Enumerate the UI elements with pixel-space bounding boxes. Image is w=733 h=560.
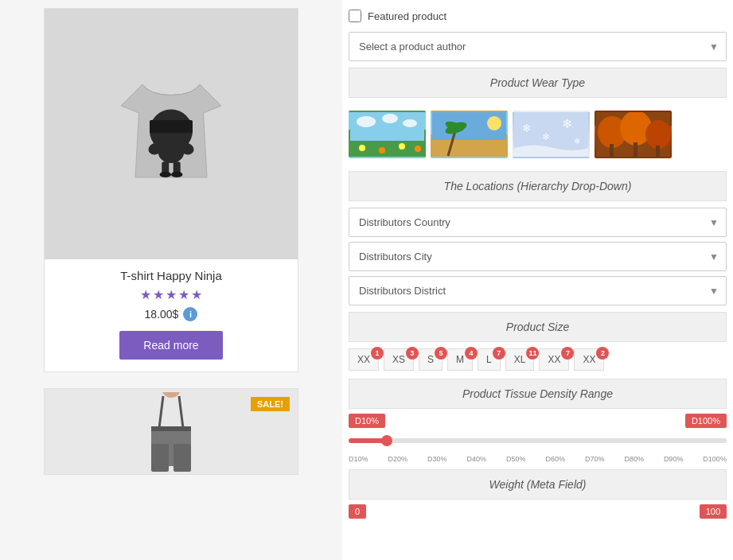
svg-text:❄: ❄ bbox=[562, 117, 572, 130]
svg-rect-46 bbox=[634, 142, 637, 158]
featured-checkbox[interactable] bbox=[349, 10, 361, 22]
svg-point-27 bbox=[379, 147, 385, 154]
wear-thumb-autumn[interactable] bbox=[595, 111, 672, 158]
svg-rect-45 bbox=[610, 144, 614, 158]
winter-thumb-svg: ❄ ❄ ❄ ❄ bbox=[514, 112, 590, 158]
wear-type-grid: ❄ ❄ ❄ ❄ bbox=[349, 104, 727, 165]
product-image bbox=[45, 9, 298, 259]
size-grid: 1 XX 3 XS 5 S 4 M bbox=[349, 345, 727, 372]
size-badge-xx2: 7 XX bbox=[539, 352, 569, 366]
size-count-l: 7 bbox=[493, 347, 505, 360]
right-panel: Featured product Select a product author… bbox=[342, 0, 733, 560]
svg-text:❄: ❄ bbox=[522, 122, 532, 134]
svg-rect-32 bbox=[432, 140, 508, 158]
density-tick-d80: D80% bbox=[624, 455, 644, 463]
size-count-xx3: 2 bbox=[596, 347, 609, 360]
size-count-xx2: 7 bbox=[561, 347, 574, 360]
svg-rect-19 bbox=[151, 426, 191, 431]
size-item-xs[interactable]: 3 XS bbox=[384, 352, 414, 366]
density-tick-d100: D100% bbox=[703, 455, 727, 463]
svg-point-6 bbox=[158, 142, 184, 163]
density-tick-d20: D20% bbox=[388, 455, 407, 463]
density-section: Product Tissue Density Range D10% D100% … bbox=[349, 379, 727, 463]
star-5: ★ bbox=[191, 287, 202, 302]
svg-rect-18 bbox=[174, 444, 191, 472]
autumn-thumb-svg bbox=[596, 112, 672, 158]
size-item-l[interactable]: 7 L bbox=[478, 352, 501, 366]
size-item-xx1[interactable]: 1 XX bbox=[349, 352, 379, 366]
density-tick-d10: D10% bbox=[349, 455, 368, 463]
size-item-m[interactable]: 4 M bbox=[447, 352, 473, 366]
locations-header: The Locations (Hierarchy Drop-Down) bbox=[349, 171, 727, 201]
author-select-wrapper: Select a product author ▼ bbox=[349, 32, 727, 61]
density-max-badge: D100% bbox=[685, 414, 727, 428]
size-badge-xx1: 1 XX bbox=[349, 352, 379, 366]
size-item-xx2[interactable]: 7 XX bbox=[539, 352, 569, 366]
product-title: T-shirt Happy Ninja bbox=[120, 269, 222, 282]
size-count-s: 5 bbox=[435, 347, 447, 360]
star-1: ★ bbox=[140, 287, 151, 302]
weight-min-badge: 0 bbox=[349, 504, 366, 519]
density-header: Product Tissue Density Range bbox=[349, 379, 727, 409]
svg-rect-5 bbox=[150, 120, 193, 133]
svg-point-11 bbox=[160, 171, 171, 177]
svg-point-26 bbox=[359, 145, 365, 151]
product-price: 18.00$ bbox=[145, 308, 179, 321]
weight-range-labels: 0 100 bbox=[349, 504, 727, 519]
size-badge-xl: 11 XL bbox=[505, 352, 535, 366]
beach-thumb-svg bbox=[432, 112, 508, 158]
tshirt-graphic bbox=[99, 63, 243, 206]
svg-rect-17 bbox=[151, 444, 169, 472]
svg-rect-47 bbox=[656, 146, 660, 158]
district-select[interactable]: Distributors District bbox=[349, 276, 727, 305]
read-more-button[interactable]: Read more bbox=[119, 331, 222, 360]
svg-point-24 bbox=[403, 119, 417, 127]
star-4: ★ bbox=[178, 287, 189, 302]
weight-section: Weight (Meta Field) 0 100 bbox=[349, 469, 727, 519]
density-handle[interactable] bbox=[381, 435, 392, 446]
price-row: 18.00$ i bbox=[145, 307, 198, 321]
country-select[interactable]: Distributors Country bbox=[349, 208, 727, 237]
svg-point-12 bbox=[171, 171, 182, 177]
country-select-wrapper: Distributors Country ▼ bbox=[349, 208, 727, 237]
location-section: Distributors Country ▼ Distributors City… bbox=[349, 208, 727, 305]
product-stars: ★ ★ ★ ★ ★ bbox=[140, 287, 202, 302]
size-badge-xx3: 2 XX bbox=[574, 352, 604, 366]
density-range-labels: D10% D100% bbox=[349, 414, 727, 428]
city-select[interactable]: Distributors City bbox=[349, 242, 727, 271]
density-ticks: D10% D20% D30% D40% D50% D60% D70% D80% … bbox=[349, 455, 727, 463]
wear-thumb-beach[interactable] bbox=[431, 111, 508, 158]
size-count-m: 4 bbox=[465, 347, 478, 360]
author-select[interactable]: Select a product author bbox=[349, 32, 727, 61]
size-item-xx3[interactable]: 2 XX bbox=[574, 352, 604, 366]
svg-point-22 bbox=[357, 116, 376, 127]
size-item-xl[interactable]: 11 XL bbox=[505, 352, 535, 366]
star-3: ★ bbox=[166, 287, 177, 302]
svg-text:❄: ❄ bbox=[574, 137, 580, 146]
svg-point-28 bbox=[399, 143, 405, 150]
wear-thumb-summer[interactable] bbox=[349, 111, 426, 158]
summer-thumb-svg bbox=[350, 112, 426, 158]
size-item-s[interactable]: 5 S bbox=[419, 352, 443, 366]
density-tick-d40: D40% bbox=[466, 455, 486, 463]
city-select-wrapper: Distributors City ▼ bbox=[349, 242, 727, 271]
svg-point-29 bbox=[415, 146, 421, 152]
density-tick-d90: D90% bbox=[664, 455, 684, 463]
size-badge-s: 5 S bbox=[419, 352, 443, 366]
left-panel: T-shirt Happy Ninja ★ ★ ★ ★ ★ 18.00$ i R… bbox=[0, 0, 342, 560]
star-2: ★ bbox=[153, 287, 164, 302]
size-badge-m: 4 M bbox=[447, 352, 473, 366]
sale-card: SALE! bbox=[44, 388, 298, 475]
svg-point-23 bbox=[382, 114, 398, 123]
featured-row: Featured product bbox=[349, 6, 727, 25]
wear-thumb-winter[interactable]: ❄ ❄ ❄ ❄ bbox=[513, 111, 590, 158]
density-tick-d50: D50% bbox=[506, 455, 526, 463]
svg-point-44 bbox=[645, 120, 671, 149]
size-badge-l: 7 L bbox=[478, 352, 501, 366]
svg-text:❄: ❄ bbox=[542, 131, 550, 142]
sale-badge: SALE! bbox=[251, 397, 290, 411]
size-section: Product Size 1 XX 3 XS 5 S bbox=[349, 312, 727, 372]
density-slider-container[interactable] bbox=[349, 433, 727, 449]
density-min-badge: D10% bbox=[349, 414, 385, 428]
info-icon[interactable]: i bbox=[183, 307, 197, 321]
